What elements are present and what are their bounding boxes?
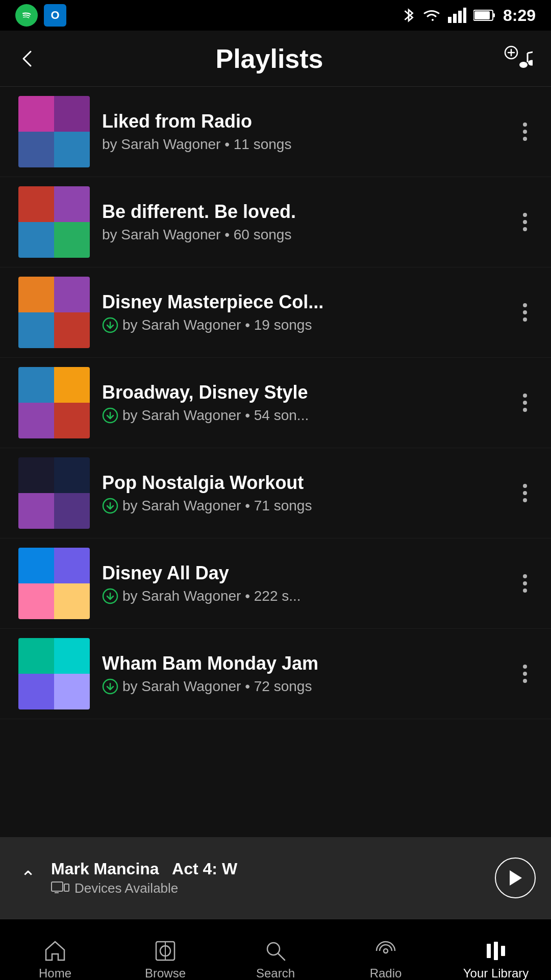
svg-point-11: [519, 62, 528, 68]
playlist-name: Broadway, Disney Style: [102, 382, 505, 403]
playlist-info: Disney All Day by Sarah Wagoner • 222 s.…: [90, 562, 517, 604]
playlist-item[interactable]: Broadway, Disney Style by Sarah Wagoner …: [0, 358, 551, 448]
svg-point-19: [523, 213, 527, 217]
svg-point-36: [523, 498, 527, 502]
downloaded-icon: [102, 498, 118, 514]
svg-point-26: [523, 317, 527, 322]
library-icon: [485, 940, 507, 962]
playlist-author-songs: by Sarah Wagoner • 222 s...: [122, 588, 301, 604]
playlist-item[interactable]: Liked from Radioby Sarah Wagoner • 11 so…: [0, 87, 551, 177]
playlist-artwork: [18, 277, 90, 348]
playlist-artwork: [18, 457, 90, 529]
svg-rect-1: [448, 17, 452, 23]
playlist-item[interactable]: Disney Masterpiece Col... by Sarah Wagon…: [0, 267, 551, 358]
svg-point-44: [523, 665, 527, 669]
playlist-more-button[interactable]: [517, 477, 533, 509]
nav-item-browse[interactable]: Browse: [110, 935, 220, 981]
playlist-author-songs: by Sarah Wagoner • 71 songs: [122, 498, 312, 514]
svg-marker-50: [510, 870, 522, 886]
expand-chevron[interactable]: ⌃: [15, 862, 41, 894]
radio-icon: [374, 940, 397, 962]
svg-rect-4: [463, 8, 466, 23]
playlist-artwork: [18, 186, 90, 258]
playlist-item[interactable]: Wham Bam Monday Jam by Sarah Wagoner • 7…: [0, 629, 551, 719]
playlist-meta: by Sarah Wagoner • 71 songs: [102, 498, 505, 514]
home-label: Home: [39, 966, 71, 981]
playlist-more-button[interactable]: [517, 567, 533, 600]
play-button[interactable]: [495, 857, 536, 898]
add-playlist-button[interactable]: [502, 45, 533, 72]
nav-item-radio[interactable]: Radio: [331, 935, 441, 981]
playlist-meta: by Sarah Wagoner • 72 songs: [102, 678, 505, 695]
playlist-info: Be different. Be loved.by Sarah Wagoner …: [90, 201, 517, 243]
svg-rect-58: [494, 942, 498, 960]
playlist-author-songs: by Sarah Wagoner • 60 songs: [102, 227, 291, 243]
playlist-item[interactable]: Disney All Day by Sarah Wagoner • 222 s.…: [0, 538, 551, 629]
playlist-list: Liked from Radioby Sarah Wagoner • 11 so…: [0, 87, 551, 837]
radio-label: Radio: [370, 966, 402, 981]
playlist-meta: by Sarah Wagoner • 54 son...: [102, 407, 505, 424]
nav-item-search[interactable]: Search: [220, 935, 331, 981]
page-title: Playlists: [215, 43, 323, 74]
svg-point-21: [523, 227, 527, 231]
playlist-author-songs: by Sarah Wagoner • 11 songs: [102, 136, 291, 153]
svg-point-39: [523, 574, 527, 578]
playlist-author-songs: by Sarah Wagoner • 19 songs: [122, 317, 312, 333]
playlist-artwork: [18, 548, 90, 619]
playlist-meta: by Sarah Wagoner • 60 songs: [102, 227, 505, 243]
svg-point-29: [523, 394, 527, 398]
search-label: Search: [256, 966, 295, 981]
browse-label: Browse: [145, 966, 186, 981]
playlist-item[interactable]: Pop Nostalgia Workout by Sarah Wagoner •…: [0, 448, 551, 538]
now-playing-title: Mark Mancina Act 4: W: [51, 860, 485, 878]
now-playing-device: Devices Available: [51, 880, 485, 896]
svg-point-16: [523, 122, 527, 127]
svg-point-24: [523, 303, 527, 307]
playlist-info: Liked from Radioby Sarah Wagoner • 11 so…: [90, 111, 517, 153]
playlist-item[interactable]: Be different. Be loved.by Sarah Wagoner …: [0, 177, 551, 267]
svg-rect-48: [64, 884, 69, 891]
svg-point-41: [523, 589, 527, 593]
playlist-info: Pop Nostalgia Workout by Sarah Wagoner •…: [90, 472, 517, 514]
svg-point-18: [523, 137, 527, 141]
battery-icon: [473, 9, 496, 21]
nav-item-library[interactable]: Your Library: [441, 935, 551, 981]
playlist-more-button[interactable]: [517, 206, 533, 238]
svg-line-55: [278, 953, 285, 960]
bluetooth-icon: [402, 6, 415, 24]
playlist-meta: by Sarah Wagoner • 11 songs: [102, 136, 505, 153]
nav-item-home[interactable]: Home: [0, 935, 110, 981]
time-display: 8:29: [503, 6, 536, 25]
svg-point-31: [523, 408, 527, 412]
status-bar-right: 8:29: [402, 6, 536, 25]
svg-rect-2: [453, 14, 457, 23]
playlist-more-button[interactable]: [517, 115, 533, 148]
playlist-info: Wham Bam Monday Jam by Sarah Wagoner • 7…: [90, 653, 517, 695]
svg-point-17: [523, 130, 527, 134]
svg-rect-59: [501, 946, 505, 956]
now-playing-bar[interactable]: ⌃ Mark Mancina Act 4: W Devices Availabl…: [0, 837, 551, 919]
playlist-name: Disney Masterpiece Col...: [102, 291, 505, 313]
svg-rect-6: [493, 13, 495, 17]
playlist-more-button[interactable]: [517, 657, 533, 690]
downloaded-icon: [102, 588, 118, 604]
playlist-name: Disney All Day: [102, 562, 505, 584]
svg-point-56: [384, 949, 388, 953]
playlist-more-button[interactable]: [517, 386, 533, 419]
signal-icon: [448, 8, 466, 23]
svg-line-15: [528, 52, 533, 53]
svg-rect-7: [474, 11, 490, 19]
header: Playlists: [0, 31, 551, 87]
playlist-author-songs: by Sarah Wagoner • 72 songs: [122, 678, 312, 695]
playlist-name: Pop Nostalgia Workout: [102, 472, 505, 494]
outlook-app-icon: O: [44, 4, 66, 27]
playlist-artwork: [18, 638, 90, 709]
status-bar-left: O: [15, 4, 66, 27]
playlist-artwork: [18, 367, 90, 438]
home-icon: [44, 940, 66, 962]
playlist-more-button[interactable]: [517, 296, 533, 329]
back-button[interactable]: [18, 50, 37, 68]
wifi-icon: [422, 8, 441, 23]
svg-point-45: [523, 672, 527, 676]
spotify-app-icon: [15, 4, 38, 27]
